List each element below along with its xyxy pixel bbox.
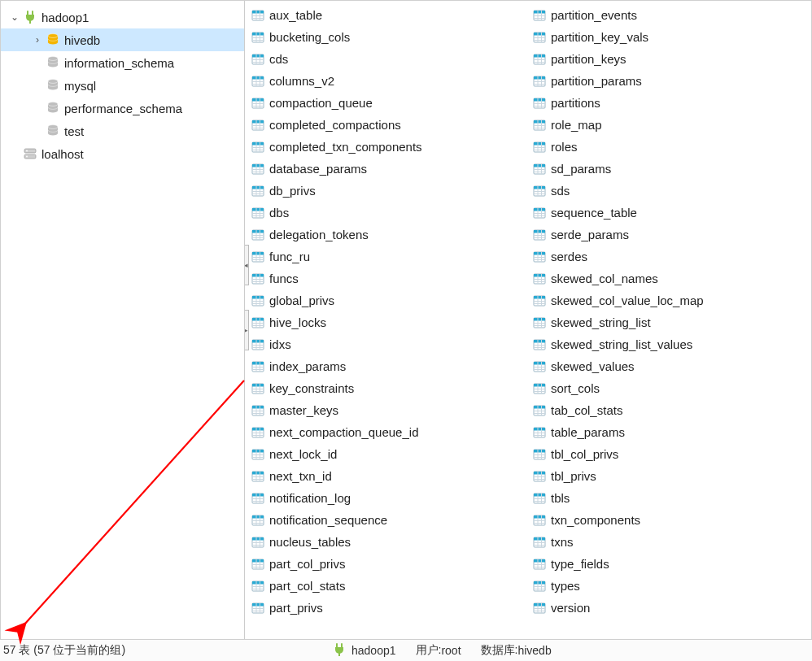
table-item[interactable]: tbls bbox=[530, 487, 811, 509]
table-item[interactable]: txns bbox=[530, 531, 811, 553]
table-item[interactable]: global_privs bbox=[248, 289, 530, 311]
table-item[interactable]: sd_params bbox=[530, 158, 811, 180]
svg-rect-40 bbox=[252, 98, 264, 102]
table-item[interactable]: func_ru bbox=[248, 246, 530, 267]
table-item[interactable]: skewed_values bbox=[530, 355, 811, 377]
table-item[interactable]: tbl_privs bbox=[530, 465, 811, 487]
table-item[interactable]: partitions bbox=[530, 92, 811, 114]
svg-rect-232 bbox=[534, 186, 545, 189]
status-db-value: hivedb bbox=[517, 644, 551, 657]
table-item[interactable]: version bbox=[530, 597, 811, 619]
table-item-label: partition_keys bbox=[551, 52, 626, 66]
table-item[interactable]: sds bbox=[530, 180, 811, 202]
expand-toggle-icon[interactable]: ⌄ bbox=[9, 11, 20, 23]
table-item[interactable]: type_fields bbox=[530, 553, 811, 575]
table-item[interactable]: nucleus_tables bbox=[248, 531, 530, 553]
table-item[interactable]: table_params bbox=[530, 421, 811, 443]
table-item[interactable]: completed_compactions bbox=[248, 114, 530, 136]
table-item[interactable]: aux_table bbox=[248, 4, 530, 26]
table-item[interactable]: partition_params bbox=[530, 70, 811, 92]
table-item[interactable]: skewed_col_names bbox=[530, 267, 811, 289]
table-item[interactable]: serde_params bbox=[530, 224, 811, 246]
tree-node-hivedb[interactable]: › hivedb bbox=[1, 28, 244, 51]
tree-node-test[interactable]: test bbox=[1, 120, 244, 142]
table-item[interactable]: compaction_queue bbox=[248, 92, 530, 114]
table-icon bbox=[531, 513, 548, 528]
table-icon bbox=[531, 447, 548, 462]
table-item[interactable]: sort_cols bbox=[530, 377, 811, 399]
table-item[interactable]: types bbox=[530, 575, 811, 597]
table-item[interactable]: completed_txn_components bbox=[248, 136, 530, 158]
table-item[interactable]: database_params bbox=[248, 158, 530, 180]
table-item[interactable]: skewed_string_list bbox=[530, 311, 811, 333]
svg-rect-328 bbox=[534, 537, 545, 541]
table-item[interactable]: columns_v2 bbox=[248, 70, 530, 92]
tree-node-label: performance_schema bbox=[64, 102, 182, 115]
table-item-label: notification_sequence bbox=[269, 513, 387, 527]
table-item[interactable]: skewed_col_value_loc_map bbox=[530, 289, 811, 311]
svg-rect-166 bbox=[252, 559, 264, 563]
table-item[interactable]: notification_sequence bbox=[248, 509, 530, 531]
expand-toggle-icon[interactable]: › bbox=[32, 34, 43, 46]
table-item[interactable]: bucketing_cols bbox=[248, 26, 530, 48]
table-item[interactable]: part_col_privs bbox=[248, 553, 530, 575]
table-item[interactable]: txn_components bbox=[530, 509, 811, 531]
status-table-count: 57 表 (57 位于当前的组) bbox=[0, 643, 319, 658]
table-item[interactable]: tbl_col_privs bbox=[530, 443, 811, 465]
table-item-label: partition_params bbox=[551, 74, 642, 88]
table-item-label: sd_params bbox=[551, 162, 611, 176]
table-item[interactable]: master_keys bbox=[248, 399, 530, 421]
table-item[interactable]: skewed_string_list_values bbox=[530, 333, 811, 355]
table-icon bbox=[531, 469, 548, 484]
table-item-label: sequence_table bbox=[551, 206, 637, 220]
tree-node-mysql[interactable]: mysql bbox=[1, 74, 244, 97]
table-item-label: table_params bbox=[551, 425, 625, 439]
status-user-label: 用户: bbox=[416, 643, 442, 658]
tree-node-loalhost[interactable]: loalhost bbox=[1, 142, 244, 165]
tree-node-performance_schema[interactable]: performance_schema bbox=[1, 97, 244, 120]
table-item[interactable]: key_constraints bbox=[248, 377, 530, 399]
table-item[interactable]: delegation_tokens bbox=[248, 224, 530, 246]
table-item[interactable]: sequence_table bbox=[530, 202, 811, 224]
table-item[interactable]: partition_keys bbox=[530, 48, 811, 70]
table-icon bbox=[531, 118, 548, 133]
table-item-label: dbs bbox=[269, 206, 289, 220]
table-item[interactable]: next_lock_id bbox=[248, 443, 530, 465]
svg-rect-357 bbox=[338, 653, 340, 656]
table-item[interactable]: part_col_stats bbox=[248, 575, 530, 597]
connection-tree[interactable]: ⌄ hadoop1› hivedb information_schema mys… bbox=[1, 1, 245, 639]
table-item[interactable]: role_map bbox=[530, 114, 811, 136]
status-connection: hadoop1 bbox=[351, 644, 396, 657]
svg-rect-34 bbox=[252, 76, 264, 80]
table-item[interactable]: db_privs bbox=[248, 180, 530, 202]
table-icon bbox=[531, 425, 548, 440]
table-item[interactable]: partition_key_vals bbox=[530, 26, 811, 48]
svg-rect-22 bbox=[252, 33, 264, 36]
svg-rect-298 bbox=[534, 428, 545, 431]
table-item[interactable]: roles bbox=[530, 136, 811, 158]
table-item[interactable]: tab_col_stats bbox=[530, 399, 811, 421]
table-item[interactable]: idxs bbox=[248, 333, 530, 355]
table-item[interactable]: funcs bbox=[248, 267, 530, 289]
svg-rect-244 bbox=[534, 230, 545, 233]
table-item[interactable]: notification_log bbox=[248, 487, 530, 509]
svg-rect-118 bbox=[252, 384, 264, 387]
table-item[interactable]: dbs bbox=[248, 202, 530, 224]
svg-rect-262 bbox=[534, 296, 545, 299]
expand-toggle-icon bbox=[32, 57, 43, 68]
table-item[interactable]: serdes bbox=[530, 246, 811, 267]
svg-rect-274 bbox=[534, 340, 545, 343]
table-item[interactable]: index_params bbox=[248, 355, 530, 377]
tree-node-information_schema[interactable]: information_schema bbox=[1, 51, 244, 74]
table-item[interactable]: part_privs bbox=[248, 597, 530, 619]
svg-rect-304 bbox=[534, 450, 545, 453]
table-item[interactable]: partition_events bbox=[530, 4, 811, 26]
table-item[interactable]: hive_locks bbox=[248, 311, 530, 333]
table-item-label: roles bbox=[551, 140, 578, 154]
table-item[interactable]: cds bbox=[248, 48, 530, 70]
svg-rect-184 bbox=[534, 11, 545, 14]
table-item[interactable]: next_txn_id bbox=[248, 465, 530, 487]
table-item[interactable]: next_compaction_queue_id bbox=[248, 421, 530, 443]
tree-node-hadoop1[interactable]: ⌄ hadoop1 bbox=[1, 6, 244, 28]
table-icon bbox=[531, 162, 548, 176]
